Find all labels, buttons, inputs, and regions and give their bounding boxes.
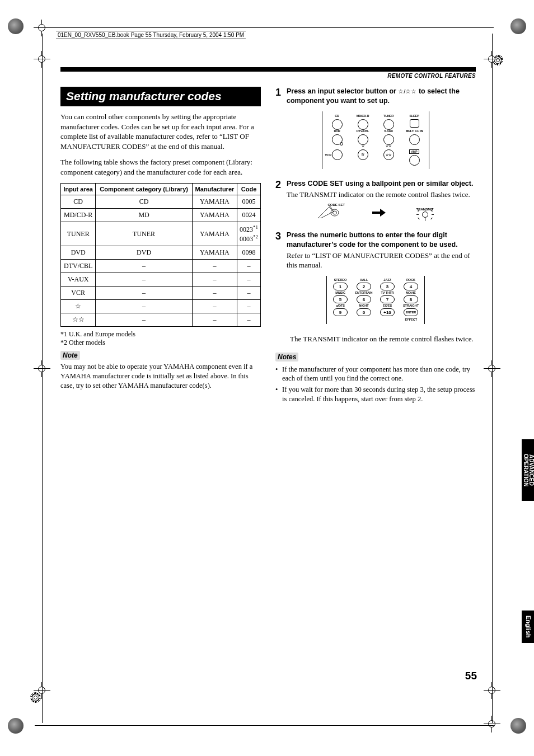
numeric-buttons-diagram: STEREO1HALL2JAZZ3ROCK4MUSIC5ENTERTAIN6TV… [275,276,476,324]
remote-button: VCR [326,145,348,166]
table-header: Input area [61,184,96,195]
hairline [35,27,494,28]
hairline [42,34,43,723]
table-header: Manufacturer [192,184,237,195]
table-header: Code [237,184,261,195]
input-selector-diagram: CDMD/CD-RTUNERSLEEPDVDDTV/CBLV-AUXMULTI … [275,111,476,169]
numeric-button: STEREO1 [330,279,351,290]
remote-button: ☆☆☆☆ [377,145,400,166]
table-cell: – [237,259,261,273]
table-cell: – [96,259,192,273]
table-cell: YAMAHA [192,195,237,209]
table-cell: MD [96,209,192,222]
table-cell: YAMAHA [192,222,237,246]
table-cell: YAMAHA [192,209,237,222]
table-cell: 0024 [237,209,261,222]
remote-button: MULTI CH IN [403,130,425,145]
step-instruction: Press the numeric buttons to enter the f… [287,231,476,250]
numeric-button: JAZZ3 [377,279,398,290]
table-cell: – [237,286,261,299]
remote-button: DVD [326,130,348,145]
remote-button: SLEEP [403,115,425,130]
right-column: 1 Press an input selector button or ☆/☆☆… [275,87,476,406]
numeric-button: STRAIGHTENTER [400,304,421,316]
table-cell: DTV/CBL [61,259,96,273]
numeric-button: q/DTS9 [330,304,351,316]
table-cell: – [192,273,237,286]
table-cell: YAMAHA [192,246,237,259]
table-cell: DVD [61,246,96,259]
numeric-button: MUSIC5 [330,292,351,303]
numeric-button: EX/ES+10 [377,304,398,316]
arrow-icon [372,210,386,215]
table-cell: 0098 [237,246,261,259]
label: CODE SET [328,203,345,206]
step-3-after: The TRANSMIT indicator on the remote con… [290,334,476,344]
remote-button: TUNER [377,115,400,130]
footnotes: *1 U.K. and Europe models *2 Other model… [60,330,261,347]
corner-mark [8,18,24,34]
step-3: 3 Press the numeric buttons to enter the… [275,231,476,270]
intro-paragraph-1: You can control other components by sett… [60,112,261,151]
crop-mark [484,51,500,68]
table-cell: – [96,313,192,326]
header-bar [60,67,476,72]
page-content: REMOTE CONTROL FEATURES Setting manufact… [60,67,476,406]
table-cell: 0005 [237,195,261,209]
notes-label: Notes [275,353,298,361]
remote-button: ☆☆ [352,145,374,166]
step-number: 2 [275,179,281,199]
numeric-button: ROCK4 [400,279,421,290]
step-number: 3 [275,231,281,270]
table-cell: ☆ [61,299,96,313]
corner-mark [510,18,526,34]
text: Press an input selector button or [287,87,398,95]
numeric-button: TV THTR7 [377,292,398,303]
remote-button: CD [326,115,348,130]
table-cell: TUNER [61,222,96,246]
step-number: 1 [275,87,281,106]
text: OPERATION [523,454,529,487]
step-1: 1 Press an input selector button or ☆/☆☆… [275,87,476,106]
hairline [35,725,494,726]
corner-mark [510,718,526,734]
note-text: You may not be able to operate your YAMA… [60,362,261,391]
step-description: The TRANSMIT indicator on the remote con… [287,190,476,200]
numeric-button: NIGHT0 [353,304,374,316]
section-header: REMOTE CONTROL FEATURES [60,73,476,79]
table-cell: – [96,286,192,299]
transmit-indicator: TRANSMIT [416,208,434,218]
remote-button: DTV/CBL [352,130,374,145]
table-cell: DVD [96,246,192,259]
corner-mark [8,718,24,734]
star-symbol: ☆/☆☆ [398,88,416,95]
table-header: Component category (Library) [96,184,192,195]
step-2: 2 Press CODE SET using a ballpoint pen o… [275,179,476,199]
table-cell: – [192,286,237,299]
remote-button: MD/CD-R [352,115,374,130]
footnote: *2 Other models [60,339,261,347]
table-cell: – [237,273,261,286]
codes-table: Input area Component category (Library) … [60,183,261,327]
note-label: Note [60,351,80,360]
table-cell: 0023*10003*2 [237,222,261,246]
table-cell: – [192,299,237,313]
text: ADVANCED [528,454,534,486]
step-description: Refer to “LIST OF MANUFACTURER CODES” at… [287,251,476,270]
remote-button: V-AUX [377,130,400,145]
code-set-button-icon: CODE SET [318,205,341,220]
crop-mark [484,716,500,732]
table-cell: – [96,273,192,286]
table-cell: MD/CD-R [61,209,96,222]
table-cell: TUNER [96,222,192,246]
crop-mark [484,682,500,699]
footnote: *1 U.K. and Europe models [60,330,261,339]
numeric-button: HALL2 [353,279,374,290]
note-item: If the manufacturer of your component ha… [275,365,476,384]
page-number: 55 [465,670,477,682]
table-cell: CD [96,195,192,209]
note-item: If you wait for more than 30 seconds dur… [275,385,476,404]
left-column: Setting manufacturer codes You can contr… [60,87,261,406]
table-cell: VCR [61,286,96,299]
table-cell: – [237,313,261,326]
